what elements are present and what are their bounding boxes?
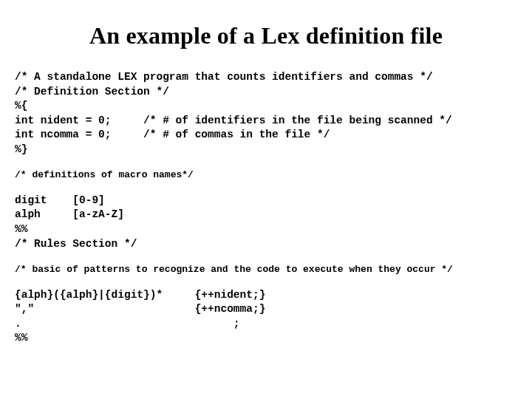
slide-title: An example of a Lex definition file (15, 22, 517, 50)
code-macro-comment: /* definitions of macro names*/ (15, 168, 517, 182)
slide-container: An example of a Lex definition file /* A… (0, 0, 532, 399)
code-rules-body: {alph}({alph}|{digit})* {++nident;} "," … (15, 288, 517, 346)
code-block-definitions: /* A standalone LEX program that counts … (15, 70, 517, 157)
code-rules-comment: /* basic of patterns to recognize and th… (15, 263, 517, 276)
code-macros-rules-header: digit [0-9] alph [a-zA-Z] %% /* Rules Se… (15, 194, 517, 251)
